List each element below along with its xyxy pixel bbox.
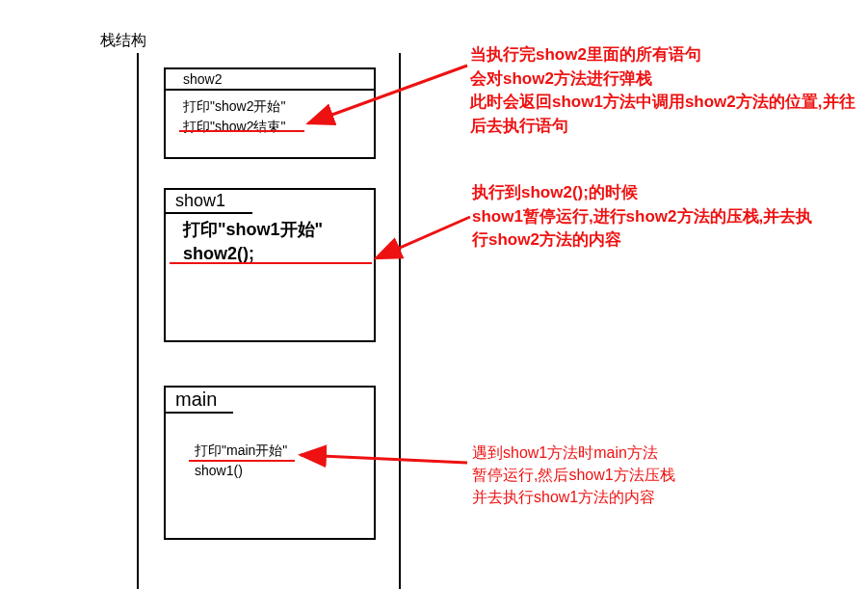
annotation-pop-show2: 当执行完show2里面的所有语句会对show2方法进行弹栈此时会返回show1方… xyxy=(470,43,855,139)
frame-line: show1() xyxy=(195,461,364,481)
underline-show1 xyxy=(170,262,372,264)
frame-title-main: main xyxy=(175,388,217,410)
annotation-push-show1: 遇到show1方法时main方法暂停运行,然后show1方法压栈并去执行show… xyxy=(472,442,838,509)
annotation-push-show2: 执行到show2();的时候show1暂停运行,进行show2方法的压栈,并去执… xyxy=(472,181,819,253)
underline-show2 xyxy=(179,130,304,132)
frame-line: 打印"main开始" xyxy=(195,441,364,461)
page-title: 栈结构 xyxy=(100,31,146,51)
frame-line: 打印"show2结束" xyxy=(183,117,364,137)
frame-line: 打印"show1开始" xyxy=(183,218,364,242)
stack-frame-show1: show1 打印"show1开始" show2(); xyxy=(164,188,376,342)
frame-title-show1: show1 xyxy=(175,191,225,210)
stack-frame-main: main 打印"main开始" show1() xyxy=(164,386,376,540)
frame-line: 打印"show2开始" xyxy=(183,96,364,117)
frame-title-show2: show2 xyxy=(183,71,222,87)
underline-main xyxy=(189,460,295,462)
stack-frame-show2: show2 打印"show2开始" 打印"show2结束" xyxy=(164,67,376,159)
